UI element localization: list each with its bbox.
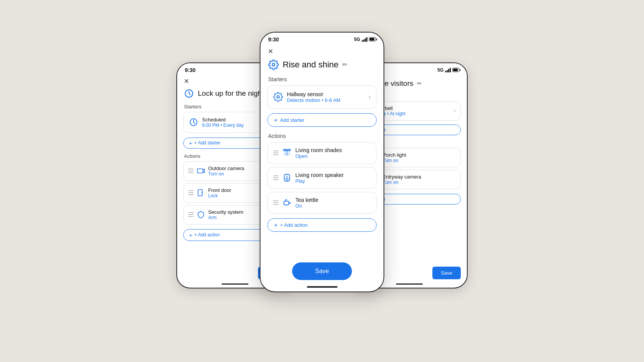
right-signal-bars <box>445 68 451 72</box>
center-add-starter-label: Add starter <box>280 117 304 123</box>
center-battery <box>369 37 376 41</box>
center-actions-label: Actions <box>261 131 384 142</box>
center-drag-3 <box>273 200 279 205</box>
right-home-indicator <box>396 283 423 285</box>
center-header-row: × <box>261 45 384 58</box>
phone-center: 9:30 5G × Rise and shine ✏ Starters <box>260 32 384 292</box>
center-shades-name: Living room shades <box>296 147 371 153</box>
center-close-icon[interactable]: × <box>268 47 273 56</box>
center-routine-title: Rise and shine <box>283 60 339 70</box>
center-edit-icon[interactable]: ✏ <box>342 61 347 68</box>
right-doorbell-chevron: › <box>454 107 456 114</box>
right-porch-text: Porch light Turn on <box>383 152 456 163</box>
right-doorbell-name: Doorbell <box>374 105 451 111</box>
center-title-row: Rise and shine ✏ <box>261 58 384 75</box>
center-time: 9:30 <box>268 36 279 43</box>
center-speaker-icon <box>283 173 292 182</box>
center-starter-hallway[interactable]: Hallway sensor Detects motion • 6-8 AM › <box>268 85 377 109</box>
left-drag-2 <box>188 190 194 195</box>
center-blinds-icon <box>283 148 292 157</box>
right-doorbell-detail: Rings • At night <box>374 111 451 116</box>
center-add-starter-plus: + <box>274 117 278 123</box>
left-add-action-label: + Add action <box>194 232 220 238</box>
left-home-indicator <box>222 283 248 285</box>
left-drag-1 <box>188 169 194 173</box>
svg-point-8 <box>277 96 279 98</box>
center-speaker-name: Living room speaker <box>296 172 371 178</box>
center-signal: 5G <box>354 37 360 42</box>
left-starter-icon <box>189 118 198 127</box>
right-entryway-name: Entryway camera <box>383 174 456 180</box>
svg-rect-9 <box>284 149 291 151</box>
center-add-action-btn[interactable]: + + Add action <box>268 218 377 232</box>
left-time: 9:30 <box>185 67 196 73</box>
center-starters-label: Starters <box>261 75 384 85</box>
center-speaker-detail: Play <box>296 178 371 184</box>
right-doorbell-text: Doorbell Rings • At night <box>374 105 451 116</box>
svg-point-16 <box>286 176 288 177</box>
center-add-starter-btn[interactable]: + Add starter <box>268 113 377 127</box>
center-action-kettle[interactable]: Tea kettle On <box>268 192 377 214</box>
right-entryway-text: Entryway camera Turn on <box>383 174 456 185</box>
left-close-icon[interactable]: × <box>184 77 189 85</box>
center-add-action-plus: + <box>274 222 278 228</box>
center-add-action-label: + Add action <box>280 222 307 228</box>
svg-point-7 <box>272 63 275 66</box>
left-camera-icon <box>197 167 205 175</box>
right-status-icons: 5G <box>437 67 459 73</box>
left-add-starter-label: + Add starter <box>194 140 220 146</box>
right-porch-detail: Turn on <box>383 158 456 163</box>
svg-point-15 <box>286 178 288 180</box>
center-shades-detail: Open <box>296 153 371 159</box>
center-kettle-text: Tea kettle On <box>296 197 371 209</box>
center-status-bar: 9:30 5G <box>261 33 384 45</box>
svg-point-4 <box>201 192 202 193</box>
left-clock-icon <box>184 88 194 98</box>
center-status-icons: 5G <box>354 37 376 42</box>
left-shield-icon <box>197 210 205 219</box>
center-action-shades[interactable]: Living room shades Open <box>268 142 377 164</box>
center-hallway-chevron: › <box>369 93 371 101</box>
center-speaker-text: Living room speaker Play <box>296 172 371 184</box>
left-drag-3 <box>188 212 194 217</box>
left-add-action-plus: + <box>189 232 192 238</box>
right-battery <box>452 68 459 72</box>
center-kettle-name: Tea kettle <box>296 197 371 203</box>
center-signal-bars <box>362 37 368 42</box>
center-drag-2 <box>273 175 279 180</box>
right-save-btn[interactable]: Save <box>432 267 461 279</box>
svg-rect-17 <box>284 201 289 205</box>
center-home-indicator <box>307 286 337 288</box>
center-hallway-name: Hallway sensor <box>287 91 365 97</box>
left-door-icon <box>197 188 205 197</box>
center-gear-icon <box>268 59 279 70</box>
svg-rect-2 <box>197 169 203 173</box>
center-hallway-text: Hallway sensor Detects motion • 6-8 AM <box>287 91 365 103</box>
left-add-starter-plus: + <box>189 140 192 146</box>
center-save-area: Save <box>261 262 384 280</box>
left-routine-title: Lock up for the night <box>198 89 264 98</box>
phones-container: 9:30 5G × Lock up for the night ✏ Starte… <box>176 32 468 331</box>
right-edit-icon[interactable]: ✏ <box>417 80 422 87</box>
right-entryway-detail: Turn on <box>383 180 456 185</box>
right-signal: 5G <box>437 67 444 73</box>
center-kettle-icon <box>283 198 292 207</box>
center-sensor-icon <box>273 92 283 102</box>
center-save-btn[interactable]: Save <box>292 262 352 280</box>
right-save-area: Save <box>432 267 461 279</box>
center-hallway-detail: Detects motion • 6-8 AM <box>287 97 365 103</box>
center-kettle-detail: On <box>296 203 371 209</box>
center-action-speaker[interactable]: Living room speaker Play <box>268 167 377 189</box>
center-shades-text: Living room shades Open <box>296 147 371 159</box>
center-drag-1 <box>273 151 279 155</box>
right-porch-name: Porch light <box>383 152 456 158</box>
